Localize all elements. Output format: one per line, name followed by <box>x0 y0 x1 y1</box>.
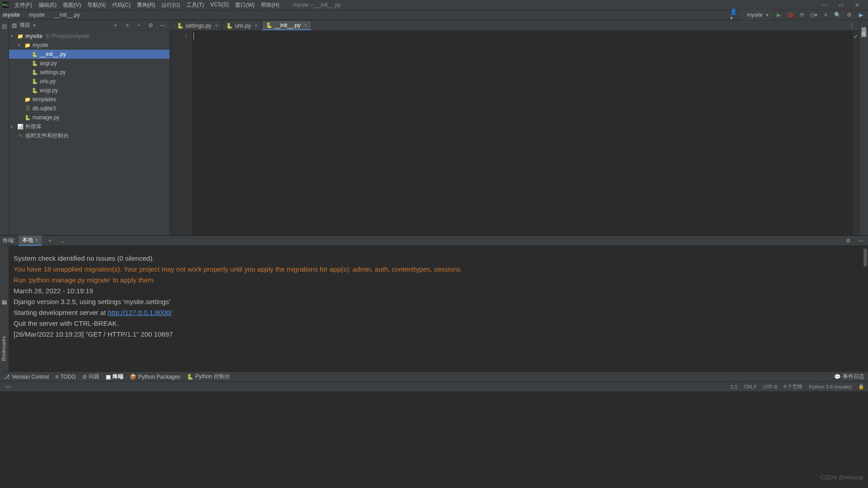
editor-more-icon[interactable]: ⋮ <box>847 21 856 30</box>
readonly-lock-icon[interactable]: 🔒 <box>858 384 864 389</box>
menu-item[interactable]: VCS(S) <box>208 0 231 10</box>
cursor-position[interactable]: 1:1 <box>731 384 737 389</box>
menu-item[interactable]: 帮助(H) <box>258 0 282 10</box>
tree-arrow-icon[interactable]: ▸ <box>11 124 15 129</box>
file-encoding[interactable]: UTF-8 <box>763 384 777 389</box>
tree-row[interactable]: 🗄db.sqlite3 <box>9 104 170 113</box>
menu-item[interactable]: 工具(T) <box>184 0 207 10</box>
close-terminal-tab-icon[interactable]: × <box>35 237 38 243</box>
terminal-link[interactable]: http://127.0.0.1:8000/ <box>108 309 172 316</box>
menu-item[interactable]: 编辑(E) <box>36 0 59 10</box>
stop-button[interactable]: ■ <box>821 10 830 19</box>
select-opened-file-icon[interactable]: ⌖ <box>111 21 120 30</box>
menu-item[interactable]: 文件(F) <box>12 0 35 10</box>
terminal-body[interactable]: System check identified no issues (0 sil… <box>9 246 868 371</box>
terminal-scrollbar[interactable] <box>863 249 867 267</box>
breadcrumb-part[interactable]: mysite <box>3 12 20 18</box>
line-separator[interactable]: CRLF <box>744 384 757 389</box>
close-tab-icon[interactable]: × <box>215 23 218 29</box>
tree-row[interactable]: 🐍wsgi.py <box>9 86 170 95</box>
py-icon: 🐍 <box>32 70 38 75</box>
event-log-button[interactable]: 💬事件日志 <box>834 373 864 380</box>
maximize-button[interactable]: ▭ <box>835 1 847 9</box>
project-tree[interactable]: ▾📁mysite E:\Projects\mysite▾📁mysite🐍__in… <box>9 31 170 235</box>
indent-info[interactable]: 4 个空格 <box>783 383 802 390</box>
menu-item[interactable]: 窗口(W) <box>232 0 257 10</box>
tree-label: mysite <box>25 33 42 39</box>
profile-button[interactable]: ◷▾ <box>809 10 818 19</box>
terminal-settings-icon[interactable]: ⚙ <box>844 236 853 245</box>
close-tab-icon[interactable]: × <box>255 23 258 29</box>
main-area: ▤ ▤ 项目 ▾ ⌖ ≡ ÷ ⚙ — ▾📁mysite E:\Projects\… <box>0 20 868 235</box>
bookmarks-tool[interactable]: Bookmarks <box>1 336 6 361</box>
close-button[interactable]: ✕ <box>851 1 863 9</box>
editor-tab[interactable]: 🐍settings.py× <box>173 20 222 30</box>
coverage-button[interactable]: ⟳ <box>797 10 807 19</box>
settings-icon[interactable]: ⚙ <box>844 10 854 19</box>
tree-row[interactable]: 🐍__init__.py <box>9 50 170 59</box>
tree-row[interactable]: 🐍settings.py <box>9 68 170 77</box>
tree-arrow-icon[interactable]: ▾ <box>11 34 15 38</box>
terminal-line: You have 18 unapplied migration(s). Your… <box>14 264 863 275</box>
editor-gutter: 1 <box>170 31 192 235</box>
run-config-select[interactable]: mysite <box>742 10 771 19</box>
minimize-button[interactable]: — <box>818 1 831 9</box>
bottom-tab-label: 终端 <box>113 373 123 380</box>
hide-terminal-icon[interactable]: — <box>856 236 865 245</box>
tree-row[interactable]: 📁templates <box>9 95 170 104</box>
tree-row[interactable]: ▾📁mysite E:\Projects\mysite <box>9 32 170 41</box>
terminal-tab[interactable]: 本地× <box>19 235 42 246</box>
tree-row[interactable]: ✎临时文件和控制台 <box>9 131 170 140</box>
tree-row[interactable]: ▸📊外部库 <box>9 122 170 131</box>
line-number: 1 <box>170 33 188 39</box>
bottom-tab[interactable]: ▣终端 <box>106 373 123 380</box>
project-tool-icon[interactable]: ▤ <box>0 22 9 31</box>
app-logo-icon: PC <box>2 1 9 9</box>
debug-button[interactable]: 🐞 <box>786 10 795 19</box>
bottom-tab[interactable]: 🐍Python 控制台 <box>187 373 230 380</box>
bottom-tab-icon: ⎇ <box>4 374 10 380</box>
bottom-tab[interactable]: ⎇Version Control <box>4 374 49 380</box>
tab-label: __init__.py <box>274 22 301 28</box>
hide-panel-icon[interactable]: — <box>158 21 167 30</box>
editor-tab[interactable]: 🐍urls.py× <box>222 20 261 30</box>
bottom-tab[interactable]: ⊘问题 <box>82 373 99 380</box>
menu-item[interactable]: 运行(U) <box>159 0 183 10</box>
tree-label: mysite <box>33 42 48 48</box>
menu-item[interactable]: 视图(V) <box>60 0 84 10</box>
py-icon: 🐍 <box>32 61 38 66</box>
run-button[interactable]: ▶ <box>774 10 783 19</box>
breadcrumb-part[interactable]: mysite <box>29 12 45 18</box>
breadcrumb-part[interactable]: __init__.py <box>54 12 80 18</box>
collapse-all-icon[interactable]: ÷ <box>134 21 143 30</box>
breadcrumb-sep: 〉 <box>22 11 27 19</box>
code-area[interactable] <box>192 31 854 235</box>
lib-icon: 📊 <box>17 124 24 130</box>
tree-arrow-icon[interactable]: ▾ <box>18 43 23 47</box>
editor-tab[interactable]: 🐍__init__.py× <box>262 20 311 30</box>
bottom-tab[interactable]: ≡TODO <box>55 374 75 380</box>
tab-label: urls.py <box>235 23 250 29</box>
tree-label: urls.py <box>40 78 56 84</box>
terminal-line: March 26, 2022 - 10:19:19 <box>14 286 863 296</box>
interpreter-info[interactable]: Python 3.9 (mysite) <box>809 384 852 389</box>
user-icon[interactable]: 👤▾ <box>730 10 739 19</box>
search-everywhere-icon[interactable]: 🔍 <box>833 10 842 19</box>
terminal-dropdown-icon[interactable]: ⌄ <box>58 236 67 245</box>
menu-item[interactable]: 导航(N) <box>85 0 108 10</box>
panel-settings-icon[interactable]: ⚙ <box>146 21 155 30</box>
close-tab-icon[interactable]: × <box>304 22 307 28</box>
folder-icon: 📁 <box>24 97 31 103</box>
menu-item[interactable]: 代码(C) <box>109 0 133 10</box>
tree-row[interactable]: 🐍urls.py <box>9 77 170 86</box>
folder-icon: 📁 <box>24 42 31 48</box>
bottom-tab[interactable]: 📦Python Packages <box>130 374 180 380</box>
menu-item[interactable]: 重构(R) <box>134 0 158 10</box>
tree-row[interactable]: ▾📁mysite <box>9 41 170 50</box>
toolwindow-toggle-icon[interactable]: ▭ <box>4 382 13 391</box>
expand-all-icon[interactable]: ≡ <box>123 21 132 30</box>
tree-row[interactable]: 🐍manage.py <box>9 113 170 122</box>
add-terminal-icon[interactable]: + <box>45 236 54 245</box>
code-with-me-icon[interactable]: ▶ <box>856 10 865 19</box>
tree-row[interactable]: 🐍asgi.py <box>9 59 170 68</box>
